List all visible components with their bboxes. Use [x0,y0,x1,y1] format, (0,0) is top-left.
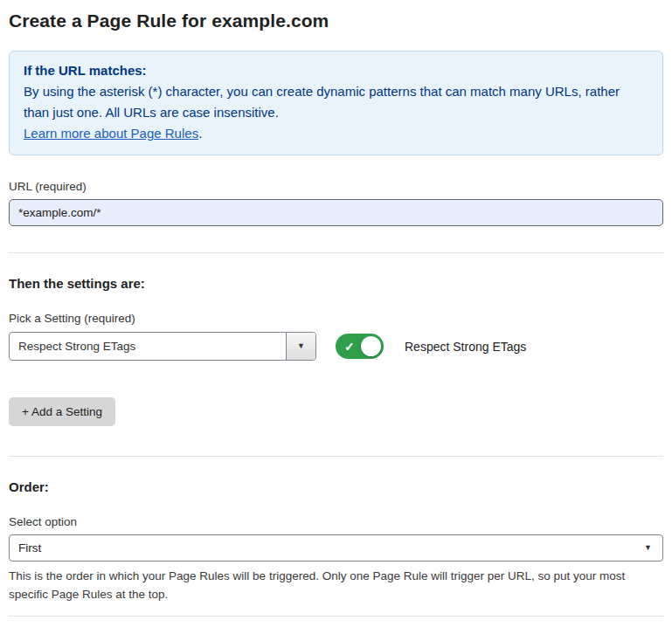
url-match-info-box: If the URL matches: By using the asteris… [9,51,663,155]
page-rule-form: Create a Page Rule for example.com If th… [0,0,672,627]
check-icon: ✓ [344,339,355,353]
chevron-down-icon: ▼ [297,342,305,350]
chevron-down-icon: ▼ [644,544,652,552]
setting-select-value: Respect Strong ETags [10,333,286,360]
order-select-label: Select option [9,515,663,528]
order-heading: Order: [9,479,663,494]
etags-toggle-label: Respect Strong ETags [405,340,526,354]
info-box-body: By using the asterisk (*) character, you… [24,81,648,123]
order-help-text: This is the order in which your Page Rul… [9,567,660,603]
pick-setting-label: Pick a Setting (required) [9,312,663,325]
setting-select[interactable]: Respect Strong ETags ▼ [9,332,316,361]
page-title: Create a Page Rule for example.com [9,10,663,31]
setting-select-caret-button[interactable]: ▼ [286,333,315,360]
divider [9,616,663,617]
toggle-knob [361,336,381,356]
link-period: . [198,126,202,141]
add-setting-button[interactable]: + Add a Setting [9,397,115,426]
setting-row: Respect Strong ETags ▼ ✓ Respect Strong … [9,332,663,361]
order-select-caret: ▼ [644,544,662,552]
order-select-value: First [10,541,644,555]
divider [9,252,663,253]
etags-toggle[interactable]: ✓ [336,334,384,359]
order-select[interactable]: First ▼ [9,534,663,562]
divider [9,456,663,457]
info-box-link-line: Learn more about Page Rules. [24,123,648,144]
learn-more-page-rules-link[interactable]: Learn more about Page Rules [24,126,198,141]
url-input[interactable] [9,199,663,226]
url-label: URL (required) [9,180,663,193]
settings-heading: Then the settings are: [9,276,663,291]
info-box-heading: If the URL matches: [24,60,648,81]
